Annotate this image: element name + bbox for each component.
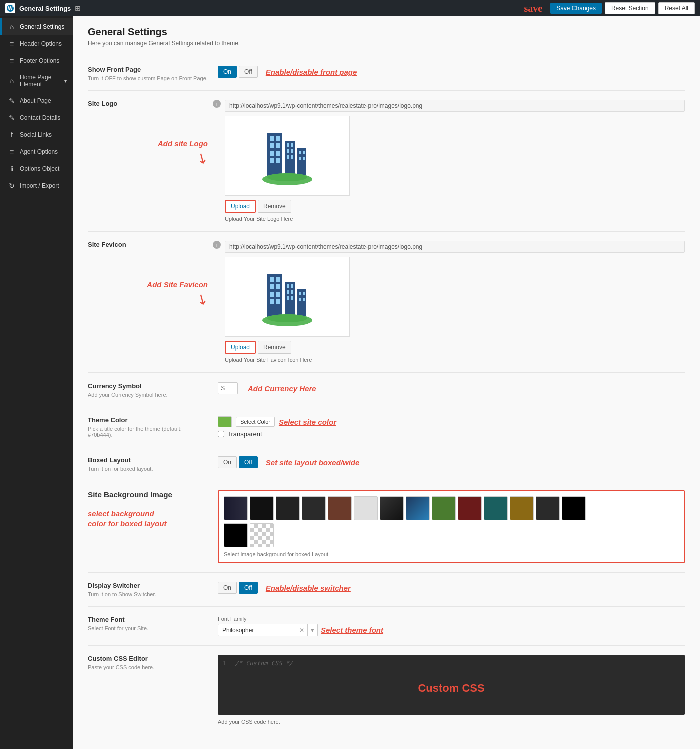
site-favicon-title: Site Fevicon bbox=[88, 241, 208, 248]
reset-section-button[interactable]: Reset Section bbox=[605, 2, 655, 14]
boxed-toggle-off-button[interactable]: Off bbox=[239, 456, 258, 468]
color-swatch[interactable] bbox=[218, 416, 232, 427]
bg-swatch-checker[interactable] bbox=[250, 523, 274, 547]
font-select-wrapper: Philosopher ✕ ▾ Select theme font bbox=[218, 624, 685, 636]
svg-rect-21 bbox=[299, 157, 301, 160]
switcher-toggle-off-button[interactable]: Off bbox=[239, 582, 258, 594]
info-icon-favicon[interactable]: i bbox=[213, 241, 221, 249]
bg-swatches-row-2 bbox=[224, 523, 679, 547]
bg-swatch-1[interactable] bbox=[224, 496, 248, 520]
boxed-toggle-on-button[interactable]: On bbox=[218, 456, 237, 468]
bg-swatch-4[interactable] bbox=[302, 496, 326, 520]
site-favicon-url-input[interactable] bbox=[225, 241, 685, 253]
css-editor[interactable]: 1 /* Custom CSS */ Custom CSS bbox=[218, 655, 685, 715]
bg-swatch-13[interactable] bbox=[536, 496, 560, 520]
svg-rect-40 bbox=[291, 296, 293, 300]
bg-swatch-8[interactable] bbox=[406, 496, 430, 520]
bg-swatch-6[interactable] bbox=[354, 496, 378, 520]
building-graphic-2 bbox=[262, 264, 312, 329]
sidebar-label: About Page bbox=[20, 97, 67, 104]
svg-rect-3 bbox=[270, 136, 274, 141]
svg-rect-31 bbox=[276, 292, 280, 297]
font-dropdown-icon[interactable]: ▾ bbox=[307, 624, 317, 636]
sidebar-label: Home Page Element bbox=[20, 74, 60, 88]
logo-remove-button[interactable]: Remove bbox=[258, 200, 291, 213]
sidebar-label: Footer Options bbox=[20, 57, 67, 64]
toggle-off-button[interactable]: Off bbox=[239, 66, 258, 78]
topbar-right: save Save Changes Reset Section Reset Al… bbox=[524, 2, 695, 14]
svg-rect-39 bbox=[287, 296, 289, 300]
bg-swatch-14[interactable] bbox=[562, 496, 586, 520]
sidebar-item-general-settings[interactable]: ⌂ General Settings bbox=[0, 18, 73, 35]
currency-title: Currency Symbol bbox=[88, 382, 208, 390]
site-logo-content: i bbox=[213, 100, 685, 222]
css-editor-lineno: 1 bbox=[223, 660, 226, 667]
sidebar-item-contact-details[interactable]: ✎ Contact Details bbox=[0, 109, 73, 126]
toggle-on-button[interactable]: On bbox=[218, 66, 237, 78]
switcher-toggle-on-button[interactable]: On bbox=[218, 582, 237, 594]
font-clear-icon[interactable]: ✕ bbox=[296, 625, 307, 636]
currency-input-row: Add Currency Here bbox=[218, 382, 685, 394]
footer-icon: ≡ bbox=[8, 57, 16, 65]
boxed-layout-toggle: On Off bbox=[218, 456, 258, 468]
wp-icon: W bbox=[5, 3, 15, 13]
svg-point-47 bbox=[267, 314, 307, 322]
sidebar-item-header-options[interactable]: ≡ Header Options bbox=[0, 35, 73, 52]
save-highlight: save bbox=[524, 3, 543, 14]
info-icon[interactable]: i bbox=[213, 100, 221, 108]
reset-all-button[interactable]: Reset All bbox=[658, 2, 695, 14]
chevron-down-icon: ▾ bbox=[64, 78, 67, 84]
save-changes-button[interactable]: Save Changes bbox=[550, 3, 602, 14]
sidebar-item-social-links[interactable]: f Social Links bbox=[0, 126, 73, 143]
bg-swatch-3[interactable] bbox=[276, 496, 300, 520]
svg-rect-28 bbox=[270, 284, 274, 289]
bg-swatch-9[interactable] bbox=[432, 496, 456, 520]
bg-swatch-15[interactable] bbox=[224, 523, 248, 547]
svg-rect-32 bbox=[270, 299, 274, 304]
svg-rect-17 bbox=[291, 155, 293, 159]
bg-swatch-7[interactable] bbox=[380, 496, 404, 520]
favicon-remove-button[interactable]: Remove bbox=[258, 341, 291, 354]
site-logo-title: Site Logo bbox=[88, 100, 208, 107]
site-favicon-row: Site Fevicon Add Site Favicon ↘ i bbox=[88, 232, 685, 373]
currency-desc: Add your Currency Symbol here. bbox=[88, 392, 208, 398]
favicon-upload-button[interactable]: Upload bbox=[225, 341, 256, 354]
bg-swatch-11[interactable] bbox=[484, 496, 508, 520]
sidebar-item-agent-options[interactable]: ≡ Agent Options bbox=[0, 143, 73, 160]
arrow-icon: ↘ bbox=[193, 148, 211, 168]
sidebar-item-import-export[interactable]: ↻ Import / Export bbox=[0, 177, 73, 194]
bg-swatches-container: Select image background for boxed Layout bbox=[218, 490, 685, 563]
currency-input[interactable] bbox=[218, 382, 238, 394]
bg-swatch-5[interactable] bbox=[328, 496, 352, 520]
bg-swatch-2[interactable] bbox=[250, 496, 274, 520]
color-picker-row: Select Color Select site color bbox=[218, 416, 685, 427]
front-page-toggle: On Off bbox=[218, 66, 258, 78]
sidebar-item-footer-options[interactable]: ≡ Footer Options bbox=[0, 52, 73, 69]
social-icon: f bbox=[8, 131, 16, 139]
bg-hint: Select image background for boxed Layout bbox=[224, 551, 679, 557]
svg-rect-38 bbox=[291, 290, 293, 294]
home-icon: ⌂ bbox=[8, 23, 16, 31]
select-color-button[interactable]: Select Color bbox=[236, 417, 275, 427]
bg-swatch-12[interactable] bbox=[510, 496, 534, 520]
svg-rect-18 bbox=[297, 148, 306, 178]
logo-upload-button[interactable]: Upload bbox=[225, 200, 256, 213]
transparent-checkbox[interactable] bbox=[218, 431, 224, 437]
sidebar-item-options-object[interactable]: ℹ Options Object bbox=[0, 160, 73, 177]
sidebar-item-about-page[interactable]: ✎ About Page bbox=[0, 92, 73, 109]
font-select-box: Philosopher ✕ ▾ bbox=[218, 624, 318, 636]
sidebar-item-home-page-element[interactable]: ⌂ Home Page Element ▾ bbox=[0, 69, 73, 92]
svg-rect-10 bbox=[276, 158, 280, 163]
svg-rect-45 bbox=[303, 298, 305, 301]
svg-rect-2 bbox=[267, 133, 282, 178]
bg-swatch-10[interactable] bbox=[458, 496, 482, 520]
page-description: Here you can manage General Settings rel… bbox=[88, 40, 685, 47]
svg-rect-12 bbox=[287, 143, 289, 147]
site-logo-url-input[interactable] bbox=[225, 100, 685, 112]
import-export-icon: ↻ bbox=[8, 182, 16, 190]
theme-color-row: Theme Color Pick a title color for the t… bbox=[88, 407, 685, 447]
theme-font-content: Font Family Philosopher ✕ ▾ Select theme… bbox=[218, 616, 685, 636]
sidebar-label: Agent Options bbox=[20, 148, 67, 155]
site-bg-content: Select image background for boxed Layout bbox=[218, 490, 685, 563]
contact-icon: ✎ bbox=[8, 114, 16, 122]
